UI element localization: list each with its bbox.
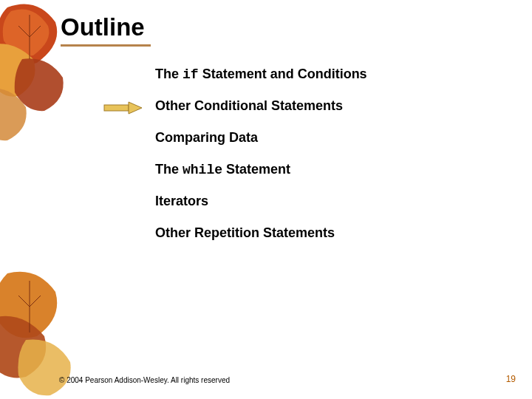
page-number: 19	[506, 374, 516, 384]
outline-item-text-prefix: The	[155, 66, 183, 81]
outline-item: Other Repetition Statements	[155, 225, 367, 241]
outline-item-text-prefix: The	[155, 162, 183, 177]
outline-item-text-suffix: Statement and Conditions	[199, 66, 367, 81]
slide-title: Outline	[61, 13, 151, 47]
outline-item-code: if	[183, 67, 199, 82]
outline-item: Iterators	[155, 194, 367, 209]
svg-marker-1	[129, 102, 142, 114]
outline-item-text-suffix: Statement	[222, 162, 290, 177]
outline-item-code: while	[183, 163, 222, 177]
outline-item-text-prefix: Other Repetition Statements	[155, 225, 335, 240]
outline-list: The if Statement and Conditions Other Co…	[155, 66, 367, 257]
outline-item: The while Statement	[155, 162, 367, 177]
outline-item-text-prefix: Comparing Data	[155, 130, 258, 145]
outline-item: The if Statement and Conditions	[155, 66, 367, 82]
outline-item-text-prefix: Iterators	[155, 194, 208, 208]
footer-copyright: © 2004 Pearson Addison-Wesley. All right…	[59, 376, 230, 384]
background-leaves-deco	[0, 0, 81, 399]
outline-item: Other Conditional Statements	[155, 98, 367, 114]
svg-rect-0	[104, 105, 129, 111]
current-item-arrow-icon	[103, 101, 144, 117]
outline-item-text-prefix: Other Conditional Statements	[155, 98, 343, 113]
outline-item: Comparing Data	[155, 130, 367, 146]
